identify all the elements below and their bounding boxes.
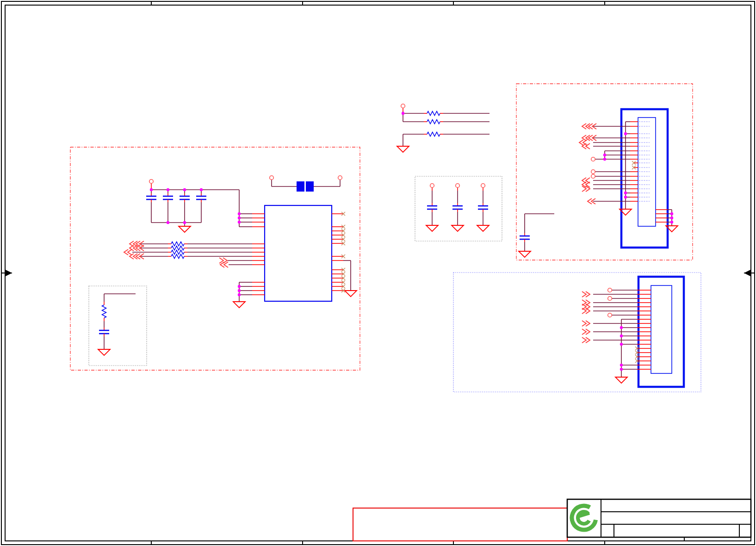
schematic-page bbox=[0, 0, 756, 546]
junction-dot bbox=[620, 364, 623, 366]
sheet-inner-border bbox=[5, 5, 751, 541]
resistor-body bbox=[102, 305, 106, 318]
capacitor[interactable] bbox=[146, 193, 156, 202]
resistor-body bbox=[427, 132, 440, 136]
junction-dot bbox=[167, 188, 169, 191]
logo-outer-arc bbox=[572, 506, 596, 530]
capacitor[interactable] bbox=[427, 203, 437, 212]
off-page-chevron-icon[interactable] bbox=[582, 337, 590, 343]
junction-dot bbox=[238, 217, 241, 219]
border-ticks bbox=[151, 1, 605, 545]
junction-dot bbox=[150, 188, 153, 191]
off-page-chevron-icon[interactable] bbox=[582, 329, 590, 335]
ground-symbol[interactable] bbox=[179, 226, 191, 232]
title-block bbox=[567, 499, 751, 541]
resistor[interactable] bbox=[168, 254, 187, 259]
ground-symbol[interactable] bbox=[519, 251, 531, 257]
ground-symbol[interactable] bbox=[397, 146, 409, 152]
junction-dot bbox=[624, 132, 627, 135]
junction-dot bbox=[238, 212, 241, 215]
ground-symbol[interactable] bbox=[477, 225, 489, 231]
connector-symbol[interactable] bbox=[621, 109, 668, 248]
resistor-body bbox=[171, 246, 184, 250]
ic-symbol[interactable] bbox=[265, 205, 332, 301]
capacitor[interactable] bbox=[196, 193, 206, 202]
ground-symbol[interactable] bbox=[426, 225, 438, 231]
section-rc-filter[interactable] bbox=[89, 286, 147, 366]
revision-note-box bbox=[353, 508, 567, 541]
resistor[interactable] bbox=[168, 246, 187, 250]
fuse-block bbox=[297, 181, 304, 192]
port-circle[interactable] bbox=[608, 297, 612, 301]
fuse-block bbox=[306, 181, 314, 192]
company-logo bbox=[572, 506, 596, 530]
resistor[interactable] bbox=[102, 302, 106, 321]
schematic-canvas bbox=[0, 0, 756, 546]
section-main-ic[interactable] bbox=[70, 147, 360, 370]
junction-dot bbox=[183, 188, 186, 191]
border-center-arrow-left-icon bbox=[6, 270, 12, 276]
junction-dot bbox=[167, 221, 169, 224]
resistor[interactable] bbox=[168, 242, 187, 246]
port-circle[interactable] bbox=[149, 180, 154, 184]
junction-dot bbox=[603, 154, 606, 156]
capacitor[interactable] bbox=[452, 203, 463, 212]
junction-dot bbox=[624, 192, 627, 194]
port-circle[interactable] bbox=[401, 104, 405, 108]
port-circle[interactable] bbox=[608, 313, 612, 317]
ground-symbol[interactable] bbox=[452, 225, 464, 231]
capacitor[interactable] bbox=[99, 328, 109, 336]
junction-dot bbox=[200, 188, 203, 191]
junction-dot bbox=[624, 196, 627, 199]
off-page-chevron-icon[interactable] bbox=[124, 249, 132, 255]
schematic-content bbox=[70, 84, 701, 392]
junction-dot bbox=[238, 293, 241, 296]
port-circle[interactable] bbox=[338, 176, 342, 180]
off-page-chevron-icon[interactable] bbox=[582, 321, 590, 326]
sheet-outer-border bbox=[1, 1, 755, 545]
resistor-body bbox=[427, 112, 440, 116]
resistor[interactable] bbox=[424, 132, 443, 136]
capacitor[interactable] bbox=[180, 193, 190, 202]
port-circle[interactable] bbox=[270, 176, 274, 180]
junction-dot bbox=[670, 212, 673, 215]
junction-dot bbox=[620, 335, 623, 337]
sheet-frame bbox=[1, 1, 755, 545]
resistor-body bbox=[171, 242, 184, 246]
capacitor[interactable] bbox=[520, 233, 530, 242]
junction-dot bbox=[238, 285, 241, 288]
junction-dot bbox=[670, 221, 673, 223]
border-center-arrow-right-icon bbox=[744, 270, 750, 276]
junction-dot bbox=[670, 217, 673, 219]
port-circle[interactable] bbox=[456, 184, 460, 188]
fuse-symbol[interactable] bbox=[297, 181, 314, 192]
resistor[interactable] bbox=[424, 112, 443, 116]
resistor-body bbox=[427, 120, 440, 124]
port-circle[interactable] bbox=[591, 157, 595, 161]
junction-dot bbox=[238, 221, 241, 223]
ground-symbol[interactable] bbox=[233, 302, 245, 308]
port-circle[interactable] bbox=[591, 174, 595, 179]
junction-dot bbox=[620, 343, 623, 346]
connector-pin-field bbox=[651, 285, 672, 373]
port-circle[interactable] bbox=[430, 184, 434, 188]
port-circle[interactable] bbox=[608, 288, 612, 292]
ground-symbol[interactable] bbox=[615, 377, 627, 383]
ground-symbol[interactable] bbox=[345, 291, 357, 297]
off-page-chevron-icon[interactable] bbox=[582, 292, 590, 297]
junction-dot bbox=[183, 221, 186, 224]
port-circle[interactable] bbox=[481, 184, 485, 188]
resistor[interactable] bbox=[168, 250, 187, 254]
off-page-chevron-icon[interactable] bbox=[579, 140, 587, 145]
connector-outline bbox=[621, 109, 668, 248]
resistor[interactable] bbox=[424, 120, 443, 124]
capacitor[interactable] bbox=[478, 203, 488, 212]
ground-symbol[interactable] bbox=[98, 349, 110, 355]
capacitor[interactable] bbox=[163, 193, 173, 202]
resistor-body bbox=[171, 254, 184, 259]
junction-dot bbox=[402, 112, 404, 115]
port-circle[interactable] bbox=[591, 170, 595, 174]
junction-dot bbox=[620, 368, 623, 371]
title-block-outline bbox=[567, 499, 751, 537]
section-connector-bottom[interactable] bbox=[453, 273, 701, 392]
